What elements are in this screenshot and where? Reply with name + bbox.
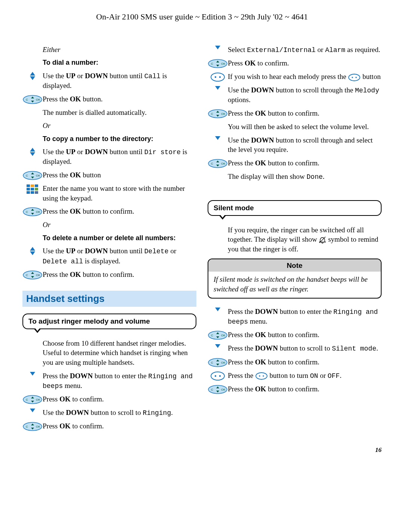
copy-heading: To copy a number to the directory: <box>43 134 196 143</box>
silent-step-1: Press the DOWN button to enter the Ringi… <box>228 307 382 327</box>
ok-key-icon <box>208 330 228 340</box>
ok-key-icon <box>22 421 43 431</box>
delete-step-1: Use the UP or DOWN button until Delete o… <box>43 246 196 266</box>
up-down-icon <box>22 246 43 255</box>
ringer-step-4: Press OK to confirm. <box>43 421 196 431</box>
select-ext-int: Select External/Internal or Alarm as req… <box>228 45 382 55</box>
ringer-bubble: To adjust ringer melody and volume <box>22 314 196 329</box>
down-icon <box>208 85 228 90</box>
ok-key-icon <box>208 58 228 68</box>
down-icon <box>22 371 43 376</box>
svg-point-20 <box>356 77 357 78</box>
svg-point-19 <box>352 77 354 78</box>
page-header: On-Air 2100 SMS user guide ~ Edition 3 ~… <box>22 11 382 22</box>
scroll-level: Use the DOWN button to scroll through an… <box>228 135 382 155</box>
copy-step-1: Use the UP or DOWN button until Dir stor… <box>43 147 196 166</box>
up-down-icon <box>22 147 43 156</box>
left-column: Either To dial a number: Use the UP or D… <box>22 45 196 435</box>
ok-key-icon <box>208 384 228 394</box>
dial-step-3: The number is dialled automatically. <box>43 108 196 117</box>
ok-key-icon <box>22 170 43 180</box>
or-label: Or <box>43 121 196 131</box>
dial-step-1: Use the UP or DOWN button until Call is … <box>43 71 196 91</box>
volume-prompt: You will then be asked to select the vol… <box>228 122 382 132</box>
scroll-melody: Use the DOWN button to scroll through th… <box>228 85 382 105</box>
ok-key-icon <box>22 270 43 279</box>
ok-key-icon <box>22 394 43 404</box>
or-label: Or <box>43 220 196 230</box>
silent-step-6: Press the OK button to confirm. <box>228 384 382 394</box>
ok-key-icon <box>208 357 228 367</box>
down-icon <box>208 343 228 348</box>
bell-off-icon <box>319 236 326 244</box>
down-icon <box>208 45 228 49</box>
dots-key-icon <box>208 371 228 380</box>
ok-key-icon <box>208 158 228 168</box>
page-number: 16 <box>22 446 382 455</box>
down-icon <box>208 307 228 311</box>
note-title: Note <box>208 259 381 272</box>
note-body: If silent mode is switched on the handse… <box>214 275 376 294</box>
ringer-intro: Choose from 10 different handset ringer … <box>43 339 196 367</box>
down-icon <box>208 135 228 140</box>
handset-settings-heading: Handset settings <box>22 291 196 307</box>
ok-key-icon <box>22 207 43 216</box>
press-ok-confirm: Press OK to confirm. <box>228 58 382 68</box>
delete-step-2: Press the OK button to confirm. <box>43 270 196 279</box>
silent-intro: If you require, the ringer can be switch… <box>228 225 382 254</box>
ok-key-icon <box>208 108 228 118</box>
dial-step-2: Press the OK button. <box>43 94 196 104</box>
note-box: Note If silent mode is switched on the h… <box>208 259 382 299</box>
dots-key-icon <box>208 72 228 82</box>
ringer-step-1: Press the DOWN button to enter the Ringi… <box>43 371 196 391</box>
silent-step-5: Press the button to turn ON or OFF. <box>228 371 382 380</box>
copy-step-3: Enter the name you want to store with th… <box>43 184 196 203</box>
display-done: The display will then show Done. <box>228 172 382 181</box>
down-icon <box>22 408 43 412</box>
delete-heading: To delete a number or delete all numbers… <box>43 233 196 242</box>
svg-point-21 <box>256 373 267 379</box>
silent-step-4: Press the OK button to confirm. <box>228 357 382 367</box>
copy-step-4: Press the OK button to confirm. <box>43 207 196 216</box>
ringer-step-2: Press OK to confirm. <box>43 394 196 404</box>
dial-heading: To dial a number: <box>43 58 196 67</box>
silent-mode-bubble: Silent mode <box>208 200 382 216</box>
svg-point-22 <box>259 375 260 377</box>
up-down-icon <box>22 71 43 80</box>
right-column: Select External/Internal or Alarm as req… <box>208 45 382 435</box>
ok-key-icon <box>22 94 43 104</box>
svg-point-18 <box>349 74 360 81</box>
ringer-step-3: Use the DOWN button to scroll to Ringing… <box>43 408 196 418</box>
either-label: Either <box>43 45 196 55</box>
press-ok-confirm: Press the OK button to confirm. <box>228 108 382 118</box>
silent-step-3: Press the DOWN button to scroll to Silen… <box>228 343 382 353</box>
press-ok-confirm: Press the OK button to confirm. <box>228 158 382 168</box>
silent-step-2: Press the OK button to confirm. <box>228 330 382 340</box>
svg-point-23 <box>263 375 264 377</box>
keypad-icon <box>22 184 43 194</box>
hear-melody: If you wish to hear each melody press th… <box>228 72 382 82</box>
copy-step-2: Press the OK button <box>43 170 196 180</box>
